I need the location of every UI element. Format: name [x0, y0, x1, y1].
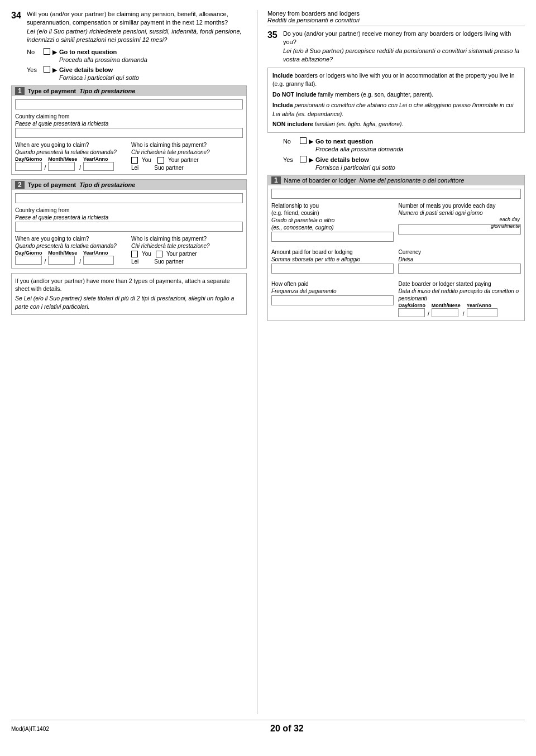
- q34-s2-country-en: Country claiming from: [15, 207, 69, 213]
- q35-includa-bold: Includa: [272, 102, 293, 108]
- q34-s2-slash1: /: [45, 259, 46, 265]
- q34-s1-month-label: Month/Mese: [48, 156, 77, 162]
- q34-s2-day-label: Day/Giorno: [15, 250, 42, 256]
- q35-s1-currency-input[interactable]: [398, 264, 521, 274]
- q34-s2-you-checkbox[interactable]: [131, 251, 138, 257]
- q35-s1-each-day-it: giornalmente: [491, 223, 520, 229]
- q35-yes-arrow: ▶: [309, 156, 313, 164]
- q34-s2-when-it: Quando presenterà la relativa domanda?: [15, 242, 127, 250]
- q35-no-checkbox[interactable]: [300, 137, 307, 144]
- q34-no-goto-it: Proceda alla prossima domanda: [59, 56, 147, 64]
- q34-s2-country-input[interactable]: [15, 222, 243, 232]
- q34-section2-label-en: Type of payment: [28, 181, 76, 188]
- q34-section2-num: 2: [15, 181, 25, 189]
- q34-text-it: Lei (e/o il Suo partner) richiederete pe…: [27, 27, 247, 45]
- q35-yes-checkbox[interactable]: [300, 156, 307, 162]
- q35-yes-en: Yes: [283, 156, 300, 164]
- q35-s1-amount-en: Amount paid for board or lodging: [271, 248, 394, 256]
- page: 34 Will you (and/or your partner) be cla…: [0, 0, 536, 756]
- q34-more-note-it: Se Lei (e/o il Suo partner) siete titola…: [15, 294, 243, 310]
- q34-yes-goto-it: Fornisca i particolari qui sotto: [59, 74, 139, 82]
- q34-no-en: No: [27, 48, 44, 56]
- q35-s1-meals-en: Number of meals you provide each day: [398, 202, 521, 209]
- q34-s2-partner-en: Your partner: [166, 251, 197, 257]
- q34-yes-goto-en: Give details below: [59, 66, 139, 74]
- footer-left: Mod(iA)IT.1402: [11, 726, 49, 732]
- q34-s1-country-en: Country claiming from: [15, 113, 69, 119]
- q34-s1-year-input[interactable]: [83, 162, 114, 171]
- q34-s1-country-input[interactable]: [15, 128, 243, 138]
- q35-s1-rel-it: Grado di parentela o altro: [271, 217, 394, 224]
- q35-section1-header: 1 Name of boarder or lodger Nome del pen…: [268, 175, 524, 185]
- q34-s2-partner-it: Suo partner: [154, 259, 183, 265]
- q34-s1-day-input[interactable]: [15, 162, 42, 171]
- q34-s1-you-checkbox[interactable]: [131, 157, 138, 164]
- q34-s1-slash1: /: [45, 165, 46, 171]
- q35-s1-meals-it: Numero di pasti serviti ogni giorno: [398, 209, 521, 217]
- q34-s1-type-input[interactable]: [15, 99, 243, 109]
- q35-s1-name-it: Nome del pensionante o del convittore: [360, 177, 465, 184]
- q35-s1-rel-input[interactable]: [271, 232, 394, 242]
- q34-s2-partner-checkbox[interactable]: [156, 251, 162, 257]
- q35-no-goto-en: Go to next question: [315, 137, 404, 145]
- q34-s2-you-en: You: [142, 251, 151, 257]
- q34-more-note: If you (and/or your partner) have more t…: [11, 273, 247, 315]
- q34-s1-partner-en: Your partner: [168, 157, 199, 163]
- q34-s2-month-input[interactable]: [48, 256, 75, 265]
- q34-section1-num: 1: [15, 87, 25, 95]
- q34-s1-when-en: When are you going to claim?: [15, 141, 127, 149]
- q35-header-block: Money from boarders and lodgers Redditi …: [267, 10, 525, 26]
- q35-no-en: No: [283, 137, 300, 145]
- q35-yes-goto-it: Fornisca i particolari qui sotto: [315, 164, 395, 171]
- q34-s1-month-input[interactable]: [48, 162, 75, 171]
- q34-s2-year-input[interactable]: [83, 256, 114, 265]
- q34-no-checkbox[interactable]: [44, 48, 50, 55]
- q34-s1-when-it: Quando presenterà la relativa domanda?: [15, 149, 127, 156]
- q35-non-text-it: familiari (es. figlio. figlia, genitore)…: [315, 121, 404, 127]
- q34-s2-who-en: Who is claiming this payment?: [131, 235, 243, 242]
- q35-text-it: Lei (e/o il Suo partner) percepisce redd…: [283, 47, 525, 64]
- question-34: 34 Will you (and/or your partner) be cla…: [11, 10, 247, 315]
- q35-include-text-en: boarders or lodgers who live with you or…: [272, 72, 515, 88]
- q35-non-bold: NON includere: [272, 121, 313, 127]
- q35-s1-month-input[interactable]: [432, 308, 458, 317]
- q35-s1-year-input[interactable]: [467, 308, 497, 317]
- q34-s2-month-label: Month/Mese: [48, 250, 77, 256]
- left-column: 34 Will you (and/or your partner) be cla…: [11, 10, 257, 714]
- q35-include-box: Include boarders or lodgers who live wit…: [267, 68, 525, 133]
- q35-s1-howoften-en: How often paid: [271, 280, 394, 288]
- q35-s1-amount-it: Somma sborsata per vitto e alloggio: [271, 256, 394, 263]
- q34-s2-who-it: Chi richiederà tale prestazione?: [131, 242, 243, 250]
- q35-s1-howoften-it: Frequenza del pagamento: [271, 288, 394, 295]
- q35-s1-day-input[interactable]: [398, 308, 425, 317]
- q34-s1-you-it: Lei: [131, 165, 138, 171]
- q35-s1-month-label: Month/Mese: [432, 303, 461, 308]
- q35-s1-year-label: Year/Anno: [467, 303, 497, 308]
- q35-no-goto-it: Proceda alla prossima domanda: [315, 145, 404, 153]
- q34-s2-type-input[interactable]: [15, 193, 243, 203]
- q34-yes-checkbox[interactable]: [44, 66, 50, 73]
- right-column: Money from boarders and lodgers Redditi …: [257, 10, 525, 714]
- q34-s1-day-label: Day/Giorno: [15, 156, 42, 162]
- q34-s1-partner-checkbox[interactable]: [157, 157, 164, 164]
- q35-s1-rel-en2: (e.g. friend, cousin): [271, 209, 394, 217]
- q35-s1-amount-input[interactable]: [271, 264, 394, 274]
- q35-s1-name-input[interactable]: [271, 189, 521, 199]
- q34-s2-you-it: Lei: [131, 259, 138, 265]
- q34-yes-en: Yes: [27, 66, 44, 74]
- q35-s1-day-label: Day/Giorno: [398, 303, 425, 308]
- q35-s1-currency-it: Divisa: [398, 256, 521, 263]
- q34-s1-who-it: Chi richiederà tale prestazione?: [131, 149, 243, 156]
- q34-section1-label-en: Type of payment: [28, 88, 76, 94]
- q34-section1-label-it: Tipo di prestazione: [79, 88, 135, 94]
- q35-s1-howoften-input[interactable]: [271, 295, 394, 305]
- q34-s2-country-it: Paese al quale presenterà la richiesta: [15, 214, 108, 221]
- q35-number: 35: [267, 30, 283, 40]
- q34-no-arrow: ▶: [52, 48, 57, 56]
- q34-s2-day-input[interactable]: [15, 256, 42, 265]
- q35-s1-name-en: Name of boarder or lodger: [284, 177, 356, 184]
- q34-s2-year-label: Year/Anno: [83, 250, 114, 256]
- q34-s2-slash2: /: [79, 259, 81, 265]
- q35-s1-rel-en: Relationship to you: [271, 202, 394, 209]
- q34-s1-slash2: /: [79, 165, 81, 171]
